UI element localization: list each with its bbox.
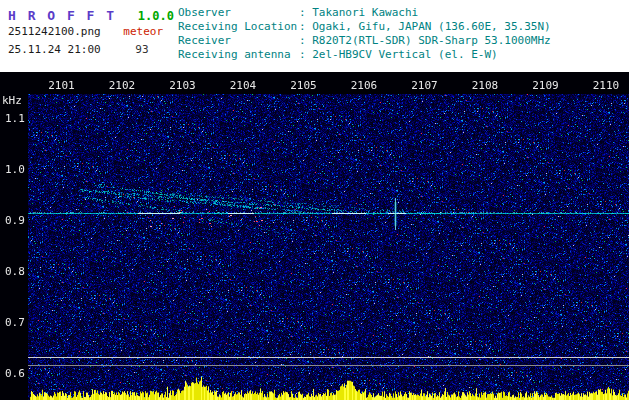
info-row: Receiver: R820T2(RTL-SDR) SDR-Sharp 53.1… [178,34,551,48]
time-tick-label: 2106 [351,79,378,92]
spectrogram-canvas [0,72,629,400]
frequency-unit-label: kHz [2,94,22,107]
info-row: Receiving antenna: 2el-HB9CV Vertical (e… [178,48,551,62]
info-label: Receiver [178,34,299,48]
app-title-line: H R O F F T 1.0.0 [8,5,174,24]
frequency-tick-label: 0.9 [5,215,25,227]
observer-info: Observer: Takanori KawachiReceiving Loca… [178,6,551,62]
info-value: : R820T2(RTL-SDR) SDR-Sharp 53.1000MHz [299,34,551,48]
info-label: Observer [178,6,299,20]
info-value: : 2el-HB9CV Vertical (el. E-W) [299,48,498,62]
echo-count: 93 [135,43,148,56]
time-tick-label: 2108 [472,79,499,92]
app-version: 1.0.0 [138,9,174,23]
info-label: Receiving antenna [178,48,299,62]
info-value: : Takanori Kawachi [299,6,418,20]
file-line: 2511242100.png meteor [8,25,163,38]
time-tick-label: 2105 [290,79,317,92]
info-label: Receiving Location [178,20,299,34]
time-tick-label: 2102 [109,79,136,92]
time-tick-label: 2107 [411,79,438,92]
time-tick-label: 2103 [169,79,196,92]
time-tick-label: 2104 [230,79,257,92]
frequency-tick-label: 0.7 [5,317,25,329]
time-tick-label: 2101 [48,79,75,92]
time-tick-label: 2110 [593,79,620,92]
output-filename: 2511242100.png [8,25,101,38]
mode-label: meteor [123,25,163,38]
info-row: Observer: Takanori Kawachi [178,6,551,20]
date-line: 25.11.24 21:00 93 [8,43,149,56]
frequency-tick-label: 0.6 [5,368,25,380]
app-title: H R O F F T [8,8,116,23]
hrofft-output-window: H R O F F T 1.0.0 2511242100.png meteor … [0,0,629,400]
info-value: : Ogaki, Gifu, JAPAN (136.60E, 35.35N) [299,20,551,34]
frequency-tick-label: 0.8 [5,266,25,278]
spectrogram-panel: 2101210221032104210521062107210821092110… [0,72,629,400]
header: H R O F F T 1.0.0 2511242100.png meteor … [0,0,629,72]
observation-datetime: 25.11.24 21:00 [8,43,101,56]
info-row: Receiving Location: Ogaki, Gifu, JAPAN (… [178,20,551,34]
frequency-tick-label: 1.1 [5,113,25,125]
frequency-tick-label: 1.0 [5,164,25,176]
time-tick-label: 2109 [532,79,559,92]
